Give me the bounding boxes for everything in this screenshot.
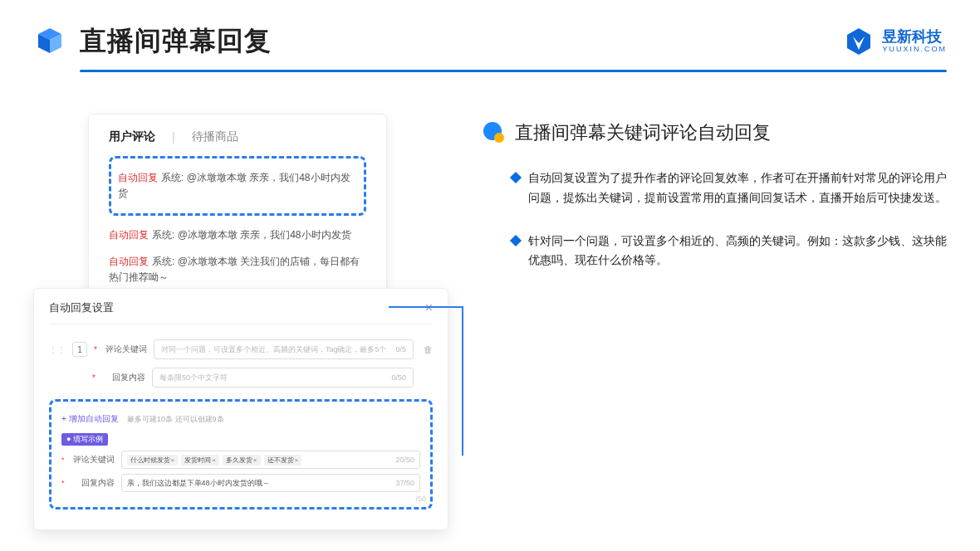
placeholder: 对同一个问题，可设置多个相近、高频的关键词，Tag确定，最多5个 <box>161 344 387 355</box>
page-title: 直播间弹幕回复 <box>80 23 272 60</box>
comment-item: 自动回复系统: @冰墩墩本墩 关注我们的店铺，每日都有热门推荐呦～ <box>109 249 366 290</box>
required-marker: * <box>92 373 96 383</box>
brand-name-cn: 昱新科技 <box>882 29 947 46</box>
label-reply: 回复内容 <box>71 477 115 489</box>
brand: 昱新科技 YUUXIN.COM <box>844 27 947 56</box>
counter: 37/50 <box>395 479 414 487</box>
example-row-keyword: * 评论关键词 什么时候发货×发货时间×多久发货×还不发货× 20/50 <box>61 451 420 469</box>
right-content: 直播间弹幕关键词评论自动回复 自动回复设置为了提升作者的评论回复效率，作者可在开… <box>482 114 947 308</box>
example-box: + 增加自动回复 最多可建10条 还可以创建9条 ● 填写示例 * 评论关键词 … <box>49 399 433 510</box>
bullet-text: 针对同一个问题，可设置多个相近的、高频的关键词。例如：这款多少钱、这块能优惠吗、… <box>528 232 947 271</box>
header-left: 直播间弹幕回复 <box>33 23 272 60</box>
slide-header: 直播间弹幕回复 昱新科技 YUUXIN.COM <box>0 0 980 60</box>
speech-bubble-icon <box>482 121 505 144</box>
tabs: 用户评论 | 待播商品 <box>109 129 366 144</box>
dialog-title: 自动回复设置 <box>49 300 114 315</box>
brand-text: 昱新科技 YUUXIN.COM <box>882 29 947 54</box>
row-number: 1 <box>72 342 87 357</box>
main-content: 用户评论 | 待播商品 自动回复系统: @冰墩墩本墩 亲亲，我们48小时内发货 … <box>0 72 980 308</box>
brand-icon <box>844 27 874 56</box>
required-marker: * <box>94 345 97 354</box>
tab-user-comments[interactable]: 用户评论 <box>109 129 155 144</box>
left-screenshots: 用户评论 | 待播商品 自动回复系统: @冰墩墩本墩 亲亲，我们48小时内发货 … <box>33 114 448 308</box>
auto-reply-tag: 自动回复 <box>118 172 158 183</box>
reply-input[interactable]: 每条限50个中文字符 0/50 <box>152 368 414 388</box>
comment-highlighted: 自动回复系统: @冰墩墩本墩 亲亲，我们48小时内发货 <box>118 165 357 207</box>
counter: 0/50 <box>391 373 406 382</box>
tag-chip[interactable]: 发货时间× <box>181 455 219 466</box>
example-reply-input[interactable]: 亲，我们这边都是下单48小时内发货的哦～ 37/50 <box>121 474 420 492</box>
auto-reply-tag: 自动回复 <box>109 256 149 267</box>
tag-chip[interactable]: 还不发货× <box>264 455 302 466</box>
bullet-item: 针对同一个问题，可设置多个相近的、高频的关键词。例如：这款多少钱、这块能优惠吗、… <box>482 232 947 271</box>
diamond-icon <box>510 172 522 183</box>
add-auto-reply-link[interactable]: + 增加自动回复 <box>61 413 119 425</box>
form-row-keyword: ⋮⋮ 1 * 评论关键词 对同一个问题，可设置多个相近、高频的关键词，Tag确定… <box>49 339 433 359</box>
svg-point-1 <box>494 133 504 143</box>
diamond-icon <box>510 235 522 246</box>
section-title: 直播间弹幕关键词评论自动回复 <box>515 120 771 145</box>
drag-handle-icon[interactable]: ⋮⋮ <box>49 345 66 354</box>
close-icon[interactable]: × <box>425 300 433 315</box>
comment-item: 自动回复系统: @冰墩墩本墩 亲亲，我们48小时内发货 <box>109 222 366 248</box>
required-marker: * <box>61 456 65 464</box>
highlighted-comment-box: 自动回复系统: @冰墩墩本墩 亲亲，我们48小时内发货 <box>109 156 366 216</box>
tab-pending-goods[interactable]: 待播商品 <box>192 129 238 144</box>
placeholder: 每条限50个中文字符 <box>159 373 228 383</box>
keyword-input[interactable]: 对同一个问题，可设置多个相近、高频的关键词，Tag确定，最多5个 0/5 <box>154 339 414 359</box>
bullet-item: 自动回复设置为了提升作者的评论回复效率，作者可在开播前针对常见的评论用户问题，提… <box>482 168 947 208</box>
label-keyword: 评论关键词 <box>71 454 115 466</box>
label-keyword: 评论关键词 <box>104 344 147 355</box>
counter: 20/50 <box>395 456 414 464</box>
tag-chip[interactable]: 多久发货× <box>223 455 261 466</box>
auto-reply-tag: 自动回复 <box>109 229 149 241</box>
cube-icon <box>33 25 66 58</box>
section-heading: 直播间弹幕关键词评论自动回复 <box>482 120 947 145</box>
comment-text: 系统: @冰墩墩本墩 亲亲，我们48小时内发货 <box>152 229 351 241</box>
comments-panel: 用户评论 | 待播商品 自动回复系统: @冰墩墩本墩 亲亲，我们48小时内发货 … <box>88 114 387 308</box>
delete-icon[interactable]: 🗑 <box>424 344 433 354</box>
brand-name-en: YUUXIN.COM <box>882 46 947 54</box>
required-marker: * <box>61 479 65 487</box>
counter: 0/5 <box>395 345 406 354</box>
example-row-reply: * 回复内容 亲，我们这边都是下单48小时内发货的哦～ 37/50 <box>61 474 420 492</box>
example-badge: ● 填写示例 <box>61 433 108 446</box>
tab-separator: | <box>172 130 175 144</box>
example-reply-text: 亲，我们这边都是下单48小时内发货的哦～ <box>127 478 270 489</box>
example-keyword-input[interactable]: 什么时候发货×发货时间×多久发货×还不发货× 20/50 <box>121 451 420 469</box>
tag-list: 什么时候发货×发货时间×多久发货×还不发货× <box>127 455 304 466</box>
form-row-reply: * 回复内容 每条限50个中文字符 0/50 <box>49 368 433 388</box>
add-row: + 增加自动回复 最多可建10条 还可以创建9条 <box>61 410 420 430</box>
bullet-text: 自动回复设置为了提升作者的评论回复效率，作者可在开播前针对常见的评论用户问题，提… <box>528 168 947 208</box>
connector-line <box>462 306 463 456</box>
dialog-header: 自动回复设置 × <box>49 300 433 324</box>
faded-counter: /50 <box>415 495 426 503</box>
connector-line <box>389 306 463 308</box>
add-hint: 最多可建10条 还可以创建9条 <box>127 415 224 423</box>
tag-chip[interactable]: 什么时候发货× <box>127 455 179 466</box>
label-reply: 回复内容 <box>102 372 145 383</box>
auto-reply-settings-dialog: 自动回复设置 × ⋮⋮ 1 * 评论关键词 对同一个问题，可设置多个相近、高频的… <box>33 288 448 530</box>
